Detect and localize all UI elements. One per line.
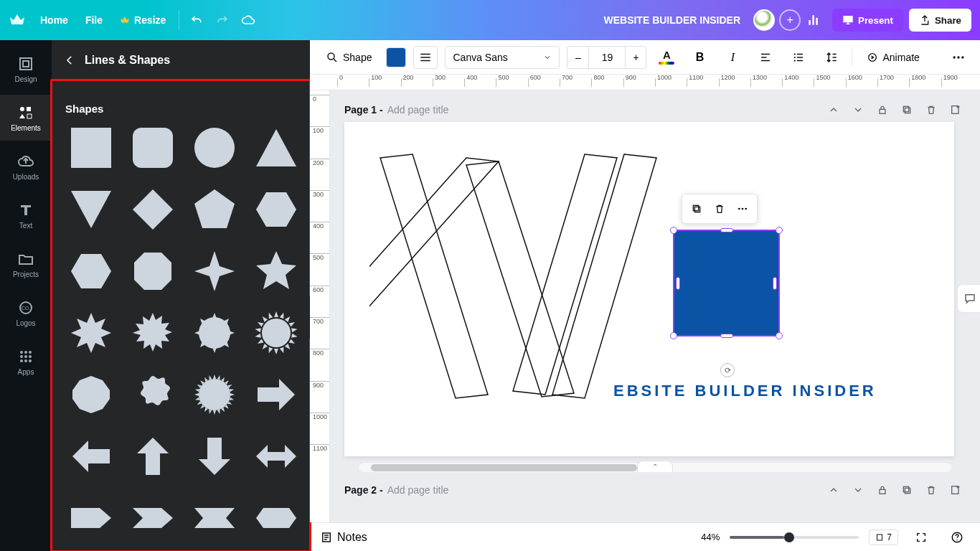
present-button[interactable]: Present [832,9,903,32]
add-page-button[interactable] [946,100,966,120]
shape-4point-star[interactable] [189,245,240,297]
spacing-button[interactable] [819,46,844,69]
shape-circle[interactable] [189,122,240,174]
help-button[interactable] [944,526,970,549]
shape-burst-16[interactable] [189,307,240,359]
shape-diamond[interactable] [127,184,179,235]
more-toolbar-button[interactable] [946,46,971,69]
resize-handle-w[interactable] [676,277,680,290]
notes-button[interactable]: Notes [320,526,367,549]
shape-chevron-tag[interactable] [127,492,179,544]
font-size-input[interactable] [589,52,625,63]
shape-banner-cut[interactable] [189,492,240,544]
page2-delete-button[interactable] [921,480,941,500]
selected-shape-rectangle[interactable] [674,231,778,335]
home-button[interactable]: Home [32,9,77,32]
shape-hexagon-v[interactable] [65,245,117,297]
font-size-decrease[interactable]: – [567,46,588,69]
page-count-chip[interactable]: 7 [869,529,898,545]
page1-title-placeholder[interactable]: Add page title [387,104,449,116]
shape-burst-12[interactable] [127,307,179,359]
pages-expand-pill[interactable]: ⌃ [637,461,673,472]
shape-arrow-down[interactable] [189,430,240,482]
shape-arrow-both[interactable] [250,430,302,482]
shape-pentagon[interactable] [189,184,240,235]
duplicate-selection-button[interactable] [687,199,707,219]
fill-color-swatch[interactable] [386,47,406,67]
document-title[interactable]: WEBSITE BUILDER INSIDER [603,14,740,26]
w-outline-shape[interactable] [369,151,671,416]
file-menu-button[interactable]: File [77,9,111,32]
resize-button[interactable]: Resize [111,9,174,32]
shape-hex-label[interactable] [250,492,302,544]
page2-lock-button[interactable] [872,480,892,500]
shape-triangle-down[interactable] [65,184,117,235]
page2-up-button[interactable] [824,480,844,500]
shape-decagon-blob[interactable] [65,369,117,420]
share-button[interactable]: Share [909,9,971,32]
rotate-handle[interactable]: ⟳ [720,363,735,377]
page2-down-button[interactable] [848,480,868,500]
rail-uploads[interactable]: Uploads [0,143,52,189]
canvas-text-element[interactable]: EBSITE BUILDER INSIDER [613,382,877,400]
page2-add-button[interactable] [946,480,966,500]
page1-canvas[interactable]: ⟳ EBSITE BUILDER INSIDER [344,122,954,456]
fullscreen-button[interactable] [908,526,934,549]
border-style-button[interactable] [413,46,438,69]
duplicate-page-button[interactable] [897,100,917,120]
rail-projects[interactable]: Projects [0,241,52,287]
shape-seal-spiky[interactable] [189,369,240,420]
delete-page-button[interactable] [921,100,941,120]
bold-button[interactable]: B [687,46,712,69]
shape-tool-button[interactable]: Shape [319,46,379,69]
rail-text[interactable]: Text [0,192,52,238]
rail-design[interactable]: Design [0,46,52,92]
shape-hexagon-h[interactable] [250,184,302,235]
shape-arrow-right[interactable] [250,369,302,420]
scrollbar-thumb[interactable] [371,464,638,471]
lock-page-button[interactable] [872,100,892,120]
italic-button[interactable]: I [720,46,745,69]
resize-handle-ne[interactable] [776,227,783,234]
page-down-button[interactable] [848,100,868,120]
page2-duplicate-button[interactable] [897,480,917,500]
shape-burst-sun[interactable] [250,307,302,359]
shape-seal-wavy[interactable] [127,369,179,420]
canvas-scroll[interactable]: Page 1 - Add page title [330,90,980,522]
shape-pentagon-arrow[interactable] [65,492,117,544]
back-icon[interactable] [63,54,76,67]
list-button[interactable] [786,46,811,69]
resize-handle-sw[interactable] [670,332,677,339]
resize-handle-e[interactable] [773,277,777,290]
cloud-sync-icon[interactable] [235,7,261,33]
redo-button[interactable] [209,7,235,33]
undo-button[interactable] [184,7,209,33]
shape-triangle[interactable] [250,122,302,174]
font-family-select[interactable]: Canva Sans [445,46,560,69]
resize-handle-se[interactable] [776,332,783,339]
alignment-button[interactable] [753,46,778,69]
delete-selection-button[interactable] [710,199,730,219]
font-size-increase[interactable]: + [625,46,646,69]
shape-arrow-left[interactable] [65,430,117,482]
rail-elements[interactable]: Elements [0,95,52,141]
page2-title-placeholder[interactable]: Add page title [387,484,449,496]
shape-octagon[interactable] [127,245,179,297]
shape-5point-star[interactable] [250,245,302,297]
horizontal-scrollbar[interactable]: ⌃ [359,462,951,472]
animate-button[interactable]: Animate [859,46,926,69]
text-color-button[interactable]: A [654,46,679,69]
zoom-slider[interactable] [730,536,859,539]
insights-button[interactable] [801,7,826,33]
resize-handle-nw[interactable] [670,227,677,234]
shape-rounded-square[interactable] [127,122,179,174]
user-avatar[interactable] [753,9,775,31]
resize-handle-s[interactable] [720,334,733,338]
shape-square[interactable] [65,122,117,174]
comments-button[interactable] [957,284,980,313]
page-up-button[interactable] [824,100,844,120]
shape-8point-star[interactable] [65,307,117,359]
shape-arrow-up[interactable] [127,430,179,482]
add-collaborator-button[interactable]: + [779,9,801,31]
resize-handle-n[interactable] [720,228,733,232]
